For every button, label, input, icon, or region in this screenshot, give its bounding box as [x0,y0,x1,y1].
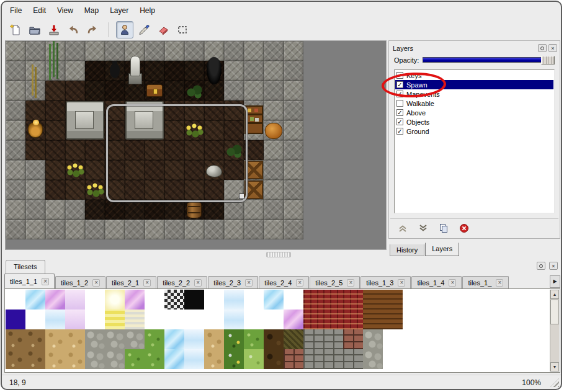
tileset-tile[interactable] [522,349,542,369]
tileset-tile[interactable] [383,310,403,329]
tileset-tile[interactable] [45,349,65,369]
opacity-slider-track[interactable] [423,57,555,63]
tileset-tile[interactable] [482,349,502,369]
menu-map[interactable]: Map [79,4,104,17]
tileset-tab-tiles_1_4[interactable]: tiles_1_4× [411,276,462,288]
menu-help[interactable]: Help [134,4,161,17]
open-button[interactable] [26,21,43,38]
tileset-tile[interactable] [65,349,85,369]
undo-button[interactable] [65,21,82,38]
tileset-tile[interactable] [184,329,204,349]
tileset-tile[interactable] [403,329,423,349]
tab-close-icon[interactable]: × [449,279,456,287]
tab-close-icon[interactable]: × [296,279,303,287]
save-button[interactable] [45,21,63,38]
tileset-tile[interactable] [25,310,45,329]
tileset-tab-tiles_2_2[interactable]: tiles_2_2× [157,276,207,288]
layer-row-mapevents[interactable]: ✓Mapevents [395,89,553,99]
dock-tab-layers[interactable]: Layers [425,243,459,256]
tileset-tile[interactable] [145,349,164,369]
tileset-tile[interactable] [164,349,184,369]
tileset-tile[interactable] [303,310,323,329]
tileset-tile[interactable] [383,349,403,369]
eraser-tool-button[interactable] [154,21,172,38]
tileset-tile[interactable] [125,290,145,310]
tileset-tile[interactable] [522,310,542,329]
tileset-tile[interactable] [482,329,502,349]
tab-close-icon[interactable]: × [42,278,49,285]
tileset-tile[interactable] [423,329,442,349]
tileset-tile[interactable] [303,290,323,310]
tab-close-icon[interactable]: × [92,279,100,287]
tileset-tile[interactable] [105,310,125,329]
float-tilesets-button[interactable] [537,262,545,270]
tileset-tile[interactable] [125,310,145,329]
selection-resize-handle[interactable] [239,194,244,199]
tileset-tile[interactable] [462,310,482,329]
tileset-tile[interactable] [403,290,423,310]
map-viewport[interactable] [5,40,387,250]
tileset-tile[interactable] [105,290,125,310]
layer-visibility-checkbox[interactable] [396,100,403,107]
move-layer-up-button[interactable] [395,221,410,235]
spawn-tool-button[interactable] [116,21,133,38]
tileset-tile[interactable] [462,290,482,310]
tileset-tile[interactable] [204,310,224,329]
tileset-tile[interactable] [125,329,145,349]
tileset-tile[interactable] [25,290,45,310]
tileset-tile[interactable] [85,290,105,310]
tileset-tile[interactable] [343,290,363,310]
tileset-tile[interactable] [284,329,303,349]
tab-close-icon[interactable]: × [398,279,405,287]
tileset-tile[interactable] [65,290,85,310]
tileset-tile[interactable] [403,310,423,329]
tileset-tile[interactable] [85,329,105,349]
tab-close-icon[interactable]: × [347,279,354,287]
tileset-tile[interactable] [522,290,542,310]
redo-button[interactable] [84,21,101,38]
tileset-tile[interactable] [204,349,224,369]
tileset-tile[interactable] [423,290,442,310]
tileset-tile[interactable] [6,349,25,369]
layer-row-objects[interactable]: ✓Objects [395,117,553,127]
tileset-tile[interactable] [502,349,522,369]
tileset-tile[interactable] [363,329,383,349]
tileset-tile[interactable] [244,310,264,329]
tab-close-icon[interactable]: × [245,279,253,287]
duplicate-layer-button[interactable] [436,221,451,235]
tileset-tile[interactable] [303,349,323,369]
layer-visibility-checkbox[interactable]: ✓ [396,118,403,125]
tileset-tile[interactable] [363,310,383,329]
tileset-tile[interactable] [244,329,264,349]
tileset-tile[interactable] [363,290,383,310]
layer-row-spawn[interactable]: ✓Spawn [395,80,553,89]
layer-visibility-checkbox[interactable]: ✓ [396,91,403,97]
tileset-tile[interactable] [343,310,363,329]
tileset-tile[interactable] [224,329,244,349]
tileset-tile[interactable] [323,329,343,349]
tileset-tile[interactable] [145,310,164,329]
tileset-tile[interactable] [145,329,164,349]
tileset-tile[interactable] [303,329,323,349]
tileset-tile[interactable] [6,310,25,329]
tilesets-caption[interactable]: Tilesets [6,260,45,274]
tileset-tile[interactable] [164,310,184,329]
tileset-tab-tiles_2_3[interactable]: tiles_2_3× [208,276,258,288]
tileset-tab-tiles_2_5[interactable]: tiles_2_5× [310,276,360,288]
tileset-tile[interactable] [6,329,25,349]
tileset-tile[interactable] [45,329,65,349]
tileset-tile[interactable] [125,349,145,369]
tileset-tab-tiles_1_2[interactable]: tiles_1_2× [55,276,105,288]
tileset-tile[interactable] [323,290,343,310]
tileset-tile[interactable] [284,310,303,329]
layers-list[interactable]: ✓Keys✓Spawn✓MapeventsWalkable✓Above✓Obje… [394,69,555,213]
tileset-tile[interactable] [224,310,244,329]
tileset-tile[interactable] [442,290,462,310]
map-selection-rectangle[interactable] [106,104,248,202]
tileset-tile[interactable] [462,349,482,369]
layer-visibility-checkbox[interactable]: ✓ [396,128,403,135]
opacity-slider-handle[interactable] [541,56,555,65]
tileset-tile[interactable] [164,290,184,310]
tileset-tile[interactable] [65,310,85,329]
tileset-tile[interactable] [502,310,522,329]
